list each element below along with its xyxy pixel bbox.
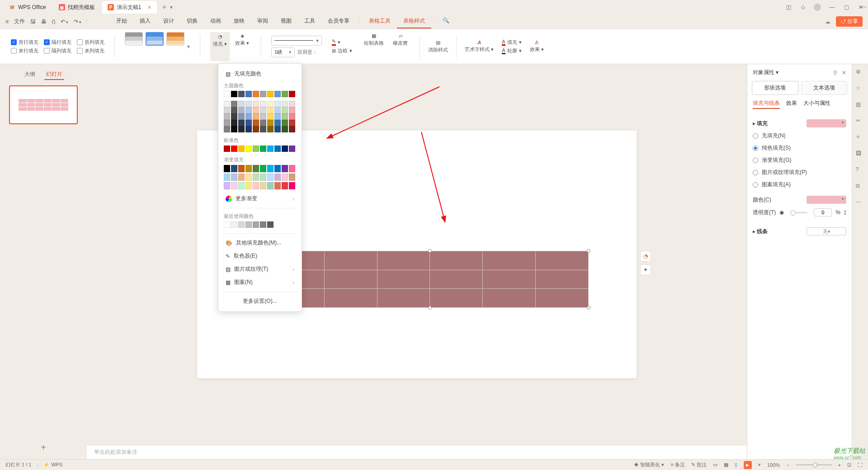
- gradient-swatch[interactable]: [267, 165, 274, 172]
- color-swatch[interactable]: [238, 126, 245, 132]
- star-icon[interactable]: ☆: [856, 85, 865, 94]
- expand-icon[interactable]: ⛶: [858, 462, 863, 468]
- zoom-out-icon[interactable]: −: [786, 462, 789, 468]
- line-section[interactable]: ▸ 线条: [753, 228, 768, 235]
- gradient-swatch[interactable]: [245, 182, 252, 189]
- color-swatch[interactable]: [282, 101, 288, 107]
- color-swatch[interactable]: [224, 146, 230, 152]
- print-icon[interactable]: 🖶: [41, 19, 47, 25]
- gradient-swatch[interactable]: [282, 165, 288, 172]
- color-swatch[interactable]: [289, 113, 295, 120]
- eraser-button[interactable]: ▱橡皮擦: [391, 32, 410, 61]
- color-swatch[interactable]: [245, 113, 252, 120]
- quick-fill-icon[interactable]: ◔: [640, 251, 651, 262]
- text-outline-dropdown[interactable]: A轮廓▾: [502, 47, 521, 54]
- gradient-swatch[interactable]: [260, 182, 266, 189]
- gradient-swatch[interactable]: [289, 182, 295, 189]
- picture-texture-item[interactable]: ▨图片或纹理(T)›: [222, 263, 298, 276]
- opacity-knob-icon[interactable]: ◉: [779, 209, 784, 216]
- color-swatch[interactable]: [289, 91, 295, 97]
- share-button[interactable]: ⮍ 分享: [836, 16, 863, 27]
- color-swatch[interactable]: [231, 101, 237, 107]
- color-swatch[interactable]: [260, 120, 266, 126]
- draw-table-button[interactable]: ▦绘制表格: [362, 32, 386, 61]
- color-swatch[interactable]: [282, 126, 288, 132]
- opacity-slider[interactable]: [790, 212, 807, 213]
- print-preview-icon[interactable]: ⎙: [52, 19, 55, 25]
- color-swatch[interactable]: [245, 120, 252, 126]
- text-options-tab[interactable]: 文本选项: [801, 81, 848, 95]
- tab-start[interactable]: 开始: [110, 14, 133, 28]
- text-effect-dropdown[interactable]: A效果 ▾: [528, 39, 546, 54]
- color-swatch[interactable]: [231, 126, 237, 132]
- pin-icon[interactable]: ⚲: [833, 70, 837, 76]
- color-swatch[interactable]: [260, 221, 266, 228]
- wordart-dropdown[interactable]: A艺术字样式 ▾: [463, 39, 495, 54]
- app-tab-template[interactable]: ▣ 找稻壳模板: [53, 1, 100, 14]
- effect-dropdown[interactable]: ◈ 效果 ▾: [233, 32, 251, 61]
- eyedropper-item[interactable]: ✎取色器(E): [222, 249, 298, 263]
- chk-last-col[interactable]: 末列填充: [77, 47, 104, 54]
- app-tab-presentation[interactable]: P 演示文稿1 ×: [102, 1, 157, 14]
- color-swatch[interactable]: [224, 101, 230, 107]
- gradient-swatch[interactable]: [231, 165, 237, 172]
- color-swatch[interactable]: [231, 107, 237, 113]
- color-swatch[interactable]: [282, 120, 288, 126]
- beautify-button[interactable]: ◈ 智能美化 ▾: [634, 461, 664, 468]
- color-swatch[interactable]: [289, 120, 295, 126]
- text-fill-dropdown[interactable]: A填充▾: [502, 39, 521, 46]
- style-gallery-more[interactable]: ▾: [187, 43, 190, 50]
- quick-tools-icon[interactable]: ✦: [640, 264, 651, 275]
- avatar-icon[interactable]: [814, 4, 821, 11]
- gradient-swatch[interactable]: [274, 182, 281, 189]
- color-swatch[interactable]: [267, 146, 274, 152]
- sub-fill-line[interactable]: 填充与线条: [753, 99, 780, 109]
- color-swatch[interactable]: [260, 113, 266, 120]
- gradient-swatch[interactable]: [238, 174, 245, 181]
- help-icon[interactable]: ?: [856, 166, 865, 175]
- gradient-swatch[interactable]: [253, 182, 259, 189]
- gradient-swatch[interactable]: [245, 165, 252, 172]
- gradient-swatch[interactable]: [274, 165, 281, 172]
- radio-solid[interactable]: [753, 146, 758, 151]
- minimize-icon[interactable]: —: [828, 4, 835, 11]
- tab-list-dropdown[interactable]: ▾: [170, 4, 173, 10]
- radio-picture[interactable]: [753, 170, 758, 175]
- color-swatch[interactable]: [253, 120, 259, 126]
- stepper-icon[interactable]: ▴▾: [844, 209, 846, 216]
- color-swatch[interactable]: [245, 146, 252, 152]
- view-normal-icon[interactable]: ▭: [713, 462, 717, 468]
- undo-icon[interactable]: ↶▾: [61, 19, 68, 25]
- resize-handle[interactable]: [428, 249, 432, 253]
- zoom-level[interactable]: 100%: [767, 462, 780, 468]
- sparkle-icon[interactable]: ✧: [856, 134, 865, 143]
- color-swatch[interactable]: [260, 91, 266, 97]
- cube-icon[interactable]: ◇: [799, 4, 807, 11]
- search-icon[interactable]: 🔍: [438, 14, 454, 28]
- color-swatch[interactable]: [289, 126, 295, 132]
- color-swatch[interactable]: [224, 221, 230, 228]
- radio-nofill[interactable]: [753, 133, 758, 139]
- radio-pattern[interactable]: [753, 182, 758, 188]
- app-tab-wps[interactable]: W WPS Office: [4, 1, 52, 14]
- color-swatch[interactable]: [274, 120, 281, 126]
- tab-animation[interactable]: 动画: [204, 14, 227, 28]
- gradient-swatch[interactable]: [282, 182, 288, 189]
- color-swatch[interactable]: [260, 126, 266, 132]
- fill-section[interactable]: ▸ 填充: [753, 120, 768, 127]
- color-swatch[interactable]: [238, 146, 245, 152]
- comments-toggle[interactable]: ✎ 批注: [691, 461, 707, 468]
- clip-icon[interactable]: ✂: [856, 118, 865, 127]
- radio-gradient[interactable]: [753, 158, 758, 163]
- tab-view[interactable]: 视图: [274, 14, 298, 28]
- color-swatch[interactable]: [231, 91, 237, 97]
- gradient-swatch[interactable]: [289, 174, 295, 181]
- color-swatch[interactable]: [245, 126, 252, 132]
- color-swatch[interactable]: [231, 146, 237, 152]
- color-swatch[interactable]: [253, 146, 259, 152]
- color-swatch[interactable]: [282, 107, 288, 113]
- fit-icon[interactable]: ⊡: [847, 462, 851, 468]
- color-picker[interactable]: [807, 196, 846, 204]
- resize-handle[interactable]: [587, 306, 590, 310]
- color-swatch[interactable]: [224, 91, 230, 97]
